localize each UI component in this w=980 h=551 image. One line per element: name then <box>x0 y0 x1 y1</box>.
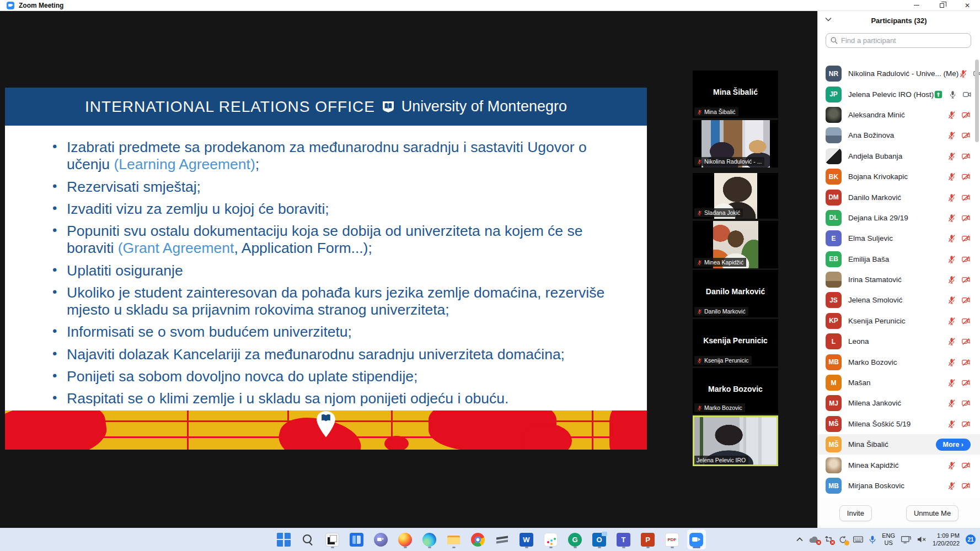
volume-muted-icon[interactable] <box>917 536 927 543</box>
tile-participant-name: Mina Šibalić <box>693 88 778 96</box>
participant-row[interactable]: Andjela Bubanja <box>818 146 980 166</box>
taskbar-slack-button[interactable] <box>542 530 560 549</box>
taskbar-movies-tv-button[interactable] <box>347 530 366 549</box>
video-tile[interactable]: Jelena Pelevic IRO <box>693 415 778 466</box>
taskbar-chrome-button[interactable] <box>469 530 488 549</box>
video-tile[interactable]: Nikolina Radulović - ... <box>693 120 778 168</box>
taskbar-outlook-button[interactable]: O <box>590 530 609 549</box>
chevron-down-icon[interactable] <box>825 17 832 21</box>
language-indicator[interactable]: ENGUS <box>882 532 895 547</box>
tile-name-label: Ksenija Perunicic <box>694 356 752 365</box>
shared-slide: INTERNATIONAL RELATIONS OFFICE Universit… <box>5 88 647 450</box>
participant-row[interactable]: BKBojana Krivokapic <box>818 166 980 187</box>
mic-muted-icon <box>958 69 968 78</box>
taskbar-teams-button[interactable]: T <box>614 530 633 549</box>
taskbar-file-explorer-button[interactable] <box>445 530 463 549</box>
participant-row[interactable]: DLDejana Lika 29/19 <box>818 208 980 228</box>
video-tile[interactable]: Mina ŠibalićMina Šibalić <box>693 71 778 118</box>
video-thumbnail-strip: Mina ŠibalićMina ŠibalićNikolina Radulov… <box>693 11 778 528</box>
slide-org: University of Montenegro <box>401 98 567 115</box>
minimize-button[interactable] <box>904 0 929 10</box>
participant-row[interactable]: MŠMilena Šoškić 5/19 <box>818 414 980 434</box>
open-app-indicator <box>646 547 650 548</box>
participants-scrollbar[interactable] <box>975 60 979 142</box>
close-button[interactable]: ✕ <box>955 0 980 10</box>
avatar: E <box>826 230 842 246</box>
video-tile[interactable]: Ksenija PerunicicKsenija Perunicic <box>693 319 778 366</box>
screen-share-icon <box>934 90 943 99</box>
restore-button[interactable] <box>929 0 955 10</box>
microphone-icon[interactable] <box>869 536 876 544</box>
taskbar-edge-button[interactable] <box>420 530 439 549</box>
mic-muted-icon <box>697 358 703 364</box>
slide-bullet: Informisati se o svom budućem univerzite… <box>67 323 631 341</box>
camera-off-icon <box>961 131 971 140</box>
taskbar-scanner-button[interactable] <box>493 530 512 549</box>
open-app-indicator <box>549 547 553 548</box>
unmute-me-button[interactable]: Unmute Me <box>906 505 958 521</box>
participant-row[interactable]: NRNikolina Radulović - Unive... (Me) <box>818 63 980 84</box>
invite-button[interactable]: Invite <box>839 505 872 521</box>
more-button[interactable]: More › <box>936 439 971 451</box>
participant-search[interactable] <box>826 33 971 48</box>
taskbar-chat-button[interactable] <box>372 530 390 549</box>
participant-name: Milena Janković <box>848 399 901 407</box>
tile-label-text: Marko Bozovic <box>704 404 742 411</box>
participant-row[interactable]: Ana Božinova <box>818 125 980 145</box>
mic-muted-icon <box>947 398 956 408</box>
participant-row[interactable]: MBMarko Bozovic <box>818 352 980 372</box>
clock[interactable]: 1:09 PM 1/20/2022 <box>933 532 960 548</box>
participant-row[interactable]: Aleksandra Minić <box>818 105 980 125</box>
participant-row[interactable]: LLeona <box>818 331 980 352</box>
participant-row[interactable]: KPKsenija Perunicic <box>818 311 980 331</box>
video-tile[interactable]: Marko BozovicMarko Bozovic <box>693 368 778 414</box>
slide-text: ; <box>255 156 259 172</box>
sync-error-icon[interactable]: ✕ <box>825 536 833 543</box>
avatar: JS <box>826 292 842 308</box>
cast-display-icon[interactable] <box>901 536 911 544</box>
participant-row[interactable]: MŠMina ŠibalićMore › <box>818 434 980 455</box>
participant-row[interactable]: MJMilena Janković <box>818 393 980 413</box>
video-tile[interactable]: Minea Kapidžić <box>693 221 778 268</box>
participant-row[interactable]: EElma Suljevic <box>818 228 980 249</box>
update-pending-icon[interactable] <box>839 536 847 544</box>
taskbar-acrobat-button[interactable]: PDF <box>663 530 682 549</box>
video-tile[interactable]: Danilo MarkovićDanilo Marković <box>693 270 778 317</box>
participant-row[interactable]: MMašan <box>818 372 980 393</box>
participant-row[interactable]: EBEmilija Baša <box>818 249 980 269</box>
taskbar-search-button[interactable] <box>299 530 318 549</box>
camera-off-icon <box>961 461 971 470</box>
avatar: DM <box>826 190 842 206</box>
taskbar-photos-button[interactable] <box>323 530 342 549</box>
taskbar-powerpoint-button[interactable]: P <box>639 530 657 549</box>
participant-row[interactable]: JSJelena Smolović <box>818 290 980 310</box>
tile-label-text: Slađana Jokić <box>704 209 740 216</box>
system-tray: ✕ ✕ ENGUS <box>796 528 978 551</box>
video-tile[interactable]: Slađana Jokić <box>693 173 778 219</box>
mic-muted-icon <box>947 110 956 120</box>
zoom-icon <box>689 533 703 547</box>
taskbar-start-button[interactable] <box>275 530 293 549</box>
mic-muted-icon <box>947 378 956 387</box>
participant-row[interactable]: JPJelena Pelevic IRO (Host) <box>818 84 980 104</box>
taskbar-grammarly-button[interactable]: G <box>566 530 585 549</box>
participant-name: Mina Šibalić <box>848 440 888 449</box>
participant-row[interactable]: Irina Stamatović <box>818 269 980 290</box>
notification-badge[interactable]: 21 <box>966 534 976 544</box>
taskbar-word-button[interactable]: W <box>517 530 536 549</box>
participant-row[interactable]: DMDanilo Marković <box>818 187 980 207</box>
participant-row[interactable]: Minea Kapidžić <box>818 455 980 475</box>
taskbar-zoom-button[interactable] <box>687 530 706 549</box>
touch-keyboard-icon[interactable] <box>853 536 863 543</box>
chevron-up-icon[interactable] <box>796 537 803 542</box>
mic-muted-icon <box>697 405 703 411</box>
slide-text: Ukoliko je student zainteresovan da poha… <box>67 284 604 318</box>
participant-status-icons <box>947 481 980 490</box>
participant-status-icons <box>947 398 980 408</box>
slide-link-text: (Learning Agreement) <box>114 156 255 172</box>
taskbar-firefox-button[interactable] <box>396 530 415 549</box>
participant-row[interactable]: MBMirjana Boskovic <box>818 476 980 496</box>
search-input[interactable] <box>841 36 966 45</box>
avatar: NR <box>826 66 842 82</box>
onedrive-error-icon[interactable]: ✕ <box>809 536 819 543</box>
